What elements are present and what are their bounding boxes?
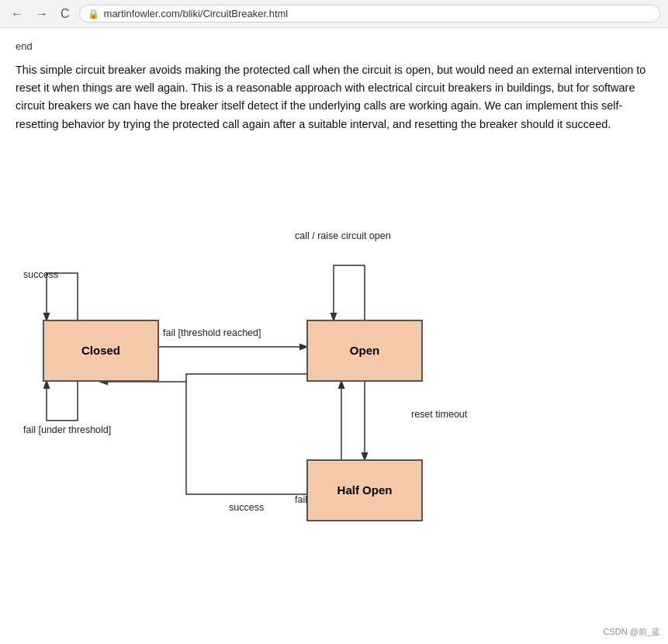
browser-bar: ← → C 🔒 martinfowler.com/bliki/CircuitBr… <box>0 0 668 28</box>
description-text: This simple circuit breaker avoids makin… <box>16 61 652 133</box>
forward-button[interactable]: → <box>33 5 51 23</box>
success-bottom-label: success <box>229 502 264 513</box>
success-label: success <box>23 269 58 280</box>
closed-state: Closed <box>43 320 159 382</box>
lock-icon: 🔒 <box>88 9 99 19</box>
back-button[interactable]: ← <box>8 5 26 23</box>
fail-under-label: fail [under threshold] <box>23 424 111 435</box>
end-text: end <box>16 40 652 52</box>
call-raise-label: call / raise circuit open <box>295 230 391 241</box>
main-content: end This simple circuit breaker avoids m… <box>0 28 667 542</box>
address-bar[interactable]: 🔒 martinfowler.com/bliki/CircuitBreaker.… <box>79 5 660 23</box>
url-text: martinfowler.com/bliki/CircuitBreaker.ht… <box>104 8 289 19</box>
refresh-button[interactable]: C <box>57 5 73 23</box>
reset-timeout-label: reset timeout <box>411 409 467 420</box>
fail-threshold-label: fail [threshold reached] <box>163 327 261 338</box>
circuit-breaker-diagram: Closed Open Half Open success fail [thre… <box>16 157 652 529</box>
open-state: Open <box>306 320 423 382</box>
half-open-state: Half Open <box>306 459 423 521</box>
fail-label: fail <box>295 494 307 505</box>
